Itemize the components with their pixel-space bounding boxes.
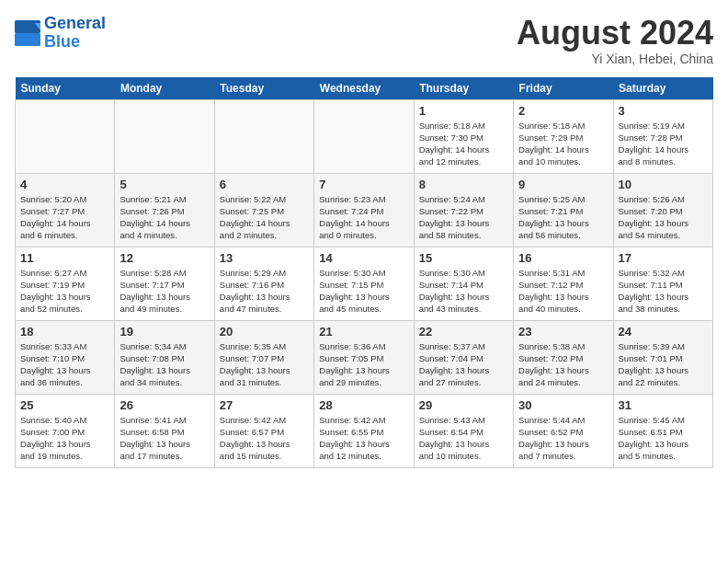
day-info: Sunrise: 5:37 AM Sunset: 7:04 PM Dayligh… [419,340,508,389]
title-block: August 2024 Yi Xian, Hebei, China [517,15,713,66]
day-number: 4 [20,178,109,191]
day-info: Sunrise: 5:35 AM Sunset: 7:07 PM Dayligh… [220,340,309,389]
day-info: Sunrise: 5:32 AM Sunset: 7:11 PM Dayligh… [619,267,708,316]
day-info: Sunrise: 5:41 AM Sunset: 6:58 PM Dayligh… [119,414,209,463]
day-info: Sunrise: 5:18 AM Sunset: 7:29 PM Dayligh… [518,120,608,168]
calendar-cell: 20Sunrise: 5:35 AM Sunset: 7:07 PM Dayli… [214,320,313,394]
calendar-cell [115,99,214,173]
location: Yi Xian, Hebei, China [517,52,713,66]
calendar-cell: 26Sunrise: 5:41 AM Sunset: 6:58 PM Dayli… [115,394,214,467]
day-number: 27 [220,398,309,412]
day-number: 6 [220,178,309,191]
calendar-cell [314,99,414,173]
calendar-cell: 23Sunrise: 5:38 AM Sunset: 7:02 PM Dayli… [514,320,613,394]
calendar-cell: 15Sunrise: 5:30 AM Sunset: 7:14 PM Dayli… [414,247,513,320]
day-info: Sunrise: 5:30 AM Sunset: 7:15 PM Dayligh… [319,267,408,316]
day-info: Sunrise: 5:27 AM Sunset: 7:19 PM Dayligh… [20,267,109,316]
day-number: 10 [619,178,708,191]
day-number: 31 [619,398,708,412]
day-number: 8 [419,178,508,191]
calendar-cell: 13Sunrise: 5:29 AM Sunset: 7:16 PM Dayli… [214,247,313,320]
day-info: Sunrise: 5:43 AM Sunset: 6:54 PM Dayligh… [419,414,508,463]
day-number: 28 [319,398,408,412]
day-number: 30 [518,398,608,412]
calendar-cell: 11Sunrise: 5:27 AM Sunset: 7:19 PM Dayli… [16,247,115,320]
calendar-cell: 1Sunrise: 5:18 AM Sunset: 7:30 PM Daylig… [414,99,513,173]
week-row-3: 11Sunrise: 5:27 AM Sunset: 7:19 PM Dayli… [16,247,713,320]
week-row-4: 18Sunrise: 5:33 AM Sunset: 7:10 PM Dayli… [16,320,713,394]
calendar-cell: 29Sunrise: 5:43 AM Sunset: 6:54 PM Dayli… [414,394,513,467]
day-info: Sunrise: 5:33 AM Sunset: 7:10 PM Dayligh… [20,340,109,389]
day-info: Sunrise: 5:24 AM Sunset: 7:22 PM Dayligh… [419,193,508,242]
calendar-cell: 12Sunrise: 5:28 AM Sunset: 7:17 PM Dayli… [115,247,214,320]
day-number: 11 [20,251,109,265]
day-number: 7 [319,178,408,191]
calendar-table: SundayMondayTuesdayWednesdayThursdayFrid… [15,77,713,468]
calendar-cell: 28Sunrise: 5:42 AM Sunset: 6:55 PM Dayli… [314,394,414,467]
day-info: Sunrise: 5:42 AM Sunset: 6:55 PM Dayligh… [319,414,408,463]
day-info: Sunrise: 5:45 AM Sunset: 6:51 PM Dayligh… [619,414,708,463]
day-info: Sunrise: 5:42 AM Sunset: 6:57 PM Dayligh… [220,414,309,463]
calendar-cell [16,99,115,173]
day-number: 5 [119,178,209,191]
calendar-cell [214,99,313,173]
day-number: 29 [419,398,508,412]
calendar-cell: 3Sunrise: 5:19 AM Sunset: 7:28 PM Daylig… [613,99,712,173]
calendar-cell: 8Sunrise: 5:24 AM Sunset: 7:22 PM Daylig… [414,173,513,247]
day-number: 14 [319,251,408,265]
logo: General Blue [15,15,106,52]
day-number: 2 [518,104,608,118]
day-info: Sunrise: 5:34 AM Sunset: 7:08 PM Dayligh… [119,340,209,389]
day-number: 17 [619,251,708,265]
calendar-cell: 17Sunrise: 5:32 AM Sunset: 7:11 PM Dayli… [613,247,712,320]
day-info: Sunrise: 5:29 AM Sunset: 7:16 PM Dayligh… [220,267,309,316]
weekday-header-monday: Monday [115,77,214,100]
day-number: 22 [419,325,508,339]
day-info: Sunrise: 5:40 AM Sunset: 7:00 PM Dayligh… [20,414,109,463]
logo-line1: General [44,14,106,32]
day-info: Sunrise: 5:30 AM Sunset: 7:14 PM Dayligh… [419,267,508,316]
day-number: 3 [619,104,708,118]
calendar-cell: 7Sunrise: 5:23 AM Sunset: 7:24 PM Daylig… [314,173,414,247]
day-info: Sunrise: 5:20 AM Sunset: 7:27 PM Dayligh… [20,193,109,242]
week-row-1: 1Sunrise: 5:18 AM Sunset: 7:30 PM Daylig… [16,99,713,173]
day-number: 19 [119,325,209,339]
day-info: Sunrise: 5:44 AM Sunset: 6:52 PM Dayligh… [518,414,608,463]
week-row-2: 4Sunrise: 5:20 AM Sunset: 7:27 PM Daylig… [16,173,713,247]
day-number: 18 [20,325,109,339]
day-number: 26 [119,398,209,412]
calendar-cell: 19Sunrise: 5:34 AM Sunset: 7:08 PM Dayli… [115,320,214,394]
calendar-cell: 31Sunrise: 5:45 AM Sunset: 6:51 PM Dayli… [613,394,712,467]
day-number: 1 [419,104,508,118]
calendar-cell: 27Sunrise: 5:42 AM Sunset: 6:57 PM Dayli… [214,394,313,467]
svg-rect-0 [15,20,40,33]
day-info: Sunrise: 5:18 AM Sunset: 7:30 PM Dayligh… [419,120,508,168]
day-number: 25 [20,398,109,412]
calendar-cell: 2Sunrise: 5:18 AM Sunset: 7:29 PM Daylig… [514,99,613,173]
weekday-header-friday: Friday [514,77,613,100]
logo-icon [15,20,40,46]
calendar-cell: 16Sunrise: 5:31 AM Sunset: 7:12 PM Dayli… [514,247,613,320]
logo-text: General Blue [44,15,106,52]
day-info: Sunrise: 5:19 AM Sunset: 7:28 PM Dayligh… [619,120,708,168]
calendar-cell: 4Sunrise: 5:20 AM Sunset: 7:27 PM Daylig… [16,173,115,247]
day-info: Sunrise: 5:25 AM Sunset: 7:21 PM Dayligh… [518,193,608,242]
day-info: Sunrise: 5:38 AM Sunset: 7:02 PM Dayligh… [518,340,608,389]
weekday-header-wednesday: Wednesday [314,77,414,100]
day-info: Sunrise: 5:31 AM Sunset: 7:12 PM Dayligh… [518,267,608,316]
calendar-cell: 25Sunrise: 5:40 AM Sunset: 7:00 PM Dayli… [16,394,115,467]
svg-rect-1 [15,33,40,46]
logo-line2: Blue [44,32,80,51]
day-number: 20 [220,325,309,339]
calendar-cell: 30Sunrise: 5:44 AM Sunset: 6:52 PM Dayli… [514,394,613,467]
day-info: Sunrise: 5:23 AM Sunset: 7:24 PM Dayligh… [319,193,408,242]
weekday-header-sunday: Sunday [16,77,115,100]
calendar-cell: 22Sunrise: 5:37 AM Sunset: 7:04 PM Dayli… [414,320,513,394]
day-info: Sunrise: 5:39 AM Sunset: 7:01 PM Dayligh… [619,340,708,389]
calendar-cell: 14Sunrise: 5:30 AM Sunset: 7:15 PM Dayli… [314,247,414,320]
calendar-cell: 21Sunrise: 5:36 AM Sunset: 7:05 PM Dayli… [314,320,414,394]
weekday-header-tuesday: Tuesday [214,77,313,100]
day-info: Sunrise: 5:36 AM Sunset: 7:05 PM Dayligh… [319,340,408,389]
day-number: 23 [518,325,608,339]
day-number: 16 [518,251,608,265]
